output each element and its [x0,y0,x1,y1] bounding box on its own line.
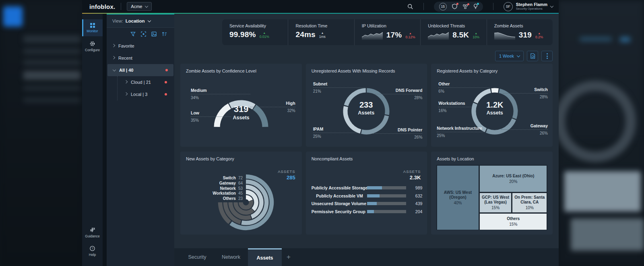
dashboard-tabbar: Security Network Assets + [174,248,559,266]
kpi-zombie-assets: Zombie Assets319▲0.2% [487,19,553,45]
cell-name: Others [507,216,520,221]
rail-item-configure[interactable]: Configure [82,38,103,55]
bar-label: Permissive Security Group [312,209,363,214]
treemap-cell-aws-us-west-oregon-: AWS: US West (Oregon)40% [437,166,479,230]
user-menu[interactable]: SF Stephen Flamm Security Operations [504,2,553,11]
center-label: Assets [219,115,263,121]
kpi-value-row: 8.5K▲10% [428,30,482,40]
image-icon[interactable] [151,31,157,37]
label-pct: 34% [191,95,250,100]
export-report-button[interactable] [527,51,538,61]
view-selector[interactable]: View: Location [107,15,174,28]
tree-item-local[interactable]: Local | 3 [118,88,174,100]
label-name: Subnet [313,81,365,88]
more-options-button[interactable] [541,51,553,61]
rail-item-help[interactable]: ? Help [82,243,103,260]
kpi-value-row: 24ms▲1ms [295,30,350,39]
delta-arrow-icon: ▲ [321,31,324,35]
kpi-value-row: 319▲0.2% [494,30,549,40]
sparkline [494,30,515,40]
sparkline [362,30,383,40]
center-value: 233 [344,100,388,110]
sort-icon[interactable] [162,31,167,37]
chart-label-dns-pointer: DNS Pointer26% [373,127,422,140]
card-title: Unregistered Assets With Missing Records [312,69,395,73]
chart-label-other: Other6% [438,81,490,94]
rail-item-guidance[interactable]: Guidance [82,224,103,241]
background-stripe [23,98,80,103]
chart-label-dns-forward: DNS Forward28% [375,88,422,100]
chevron-right-icon [124,80,128,83]
tree-item-favorite[interactable]: Favorite [107,40,174,52]
rail-label: Help [89,253,96,257]
chevron-right-icon [112,56,115,59]
time-range-value: 1 Week [499,54,514,58]
divider [493,3,493,10]
chevron-down-icon [147,19,151,22]
background-card-blur [571,218,644,251]
notification-count[interactable]: 15 [439,3,447,10]
insights-bulb-icon[interactable] [473,4,478,9]
tenant-selector[interactable]: Acme [127,2,152,11]
cell-name: On Prem: Santa Clara, CA [513,195,546,205]
search-icon[interactable] [407,4,413,10]
org-nodes-icon[interactable] [462,4,468,9]
user-info: Stephen Flamm Security Operations [516,2,547,10]
tab-network[interactable]: Network [214,248,248,266]
tree-item-label: Recent [118,56,132,60]
kpi-delta: ▲1ms [319,31,326,39]
cards-grid: Zombie Assets by Confidence LevelLow35%M… [180,64,553,235]
kpi-value: 319 [519,31,532,39]
time-range-selector[interactable]: 1 Week [495,51,524,61]
tree-item-cloud[interactable]: Cloud | 21 [118,76,174,88]
background-stripe [23,60,80,66]
treemap-cell-on-prem-santa-clara-ca: On Prem: Santa Clara, CA10% [512,193,547,212]
filter-icon[interactable] [130,31,136,37]
label-name: DNS Pointer [373,127,422,134]
cell-pct: 40% [454,201,462,205]
chevron-down-icon [550,4,553,8]
kpi-delta: ▲10% [473,31,479,39]
card-title: Noncompliant Assets [312,156,353,161]
kpi-value: 8.5K [452,31,469,39]
chart-label-workstations: Workstations16% [438,101,471,113]
background-blue-square [3,6,23,27]
app-window: infoblox. Acme 15 [82,0,559,266]
kpi-value: 99.98% [229,30,256,39]
rail-label: Monitor [87,29,98,33]
add-tab-button[interactable]: + [282,248,295,266]
svg-text:?: ? [91,247,93,250]
card-assets-by-location: Assets by LocationAWS: US West (Oregon)4… [431,152,553,235]
dashboard-content: Service Availability99.98%▲0.01%Resoluti… [174,14,559,266]
divider [423,3,424,10]
tree-item-recent[interactable]: Recent [107,52,174,64]
center-value: 319 [219,104,263,114]
tab-assets[interactable]: Assets [248,248,282,266]
shield-alerts-icon[interactable] [452,4,457,9]
sparkline [428,30,449,40]
user-name: Stephen Flamm [516,2,547,7]
kpi-label: Zombie Assets [494,23,549,28]
top-header: infoblox. Acme 15 [82,0,559,13]
view-label: View: [112,19,123,23]
card-title: Zombie Assets by Confidence Level [186,69,256,73]
focus-icon[interactable] [141,31,146,37]
treemap-middle-row: GCP: US West (Las Vegas)15%On Prem: Sant… [479,193,547,213]
tab-security[interactable]: Security [180,248,214,266]
tree-item-all[interactable]: All | 40 [107,64,173,76]
monitor-grid-icon [90,23,95,28]
card-title: New Assets by Category [186,156,234,161]
treemap-cell-gcp-us-west-las-vegas-: GCP: US West (Las Vegas)15% [480,193,511,212]
label-pct: 26% [373,135,422,140]
chevron-down-icon [517,54,520,57]
label-pct: 26% [501,131,548,136]
background-ring [555,81,636,162]
bar-row-unsecured-storage-volume: Unsecured Storage Volume439 [312,201,423,206]
delta-value: 0.2% [535,35,543,39]
view-value: Location [126,19,145,23]
bar-row-publicly-accessible-storage: Publicly Accessible Storage989 [312,185,423,190]
rail-item-monitor[interactable]: Monitor [82,19,103,36]
delta-arrow-icon: ▲ [263,31,266,35]
kpi-ip-utilization: IP Utilization17%▲0.12% [354,19,420,45]
bar-value: 204 [410,209,422,214]
